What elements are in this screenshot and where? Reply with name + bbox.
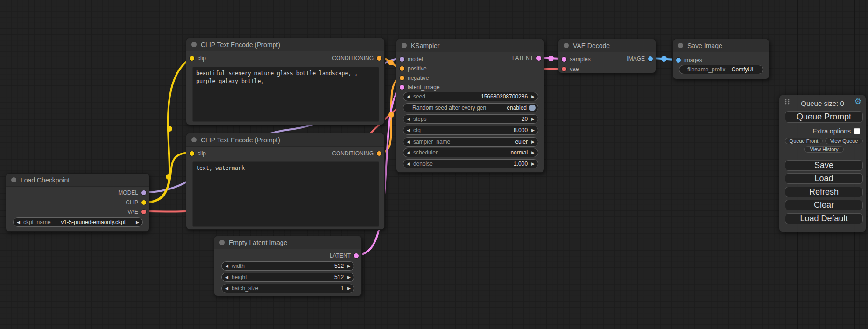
input-label: samples [570, 56, 591, 63]
decrement-arrow-icon[interactable]: ◀ [407, 162, 410, 166]
increment-arrow-icon[interactable]: ▶ [531, 117, 535, 121]
extra-options-checkbox[interactable] [854, 128, 860, 134]
gear-icon[interactable]: ⚙ [854, 98, 861, 105]
cfg-widget[interactable]: ◀ cfg 8.000 ▶ [403, 126, 538, 135]
increment-arrow-icon[interactable]: ▶ [531, 162, 535, 166]
node-clip-text-encode-negative[interactable]: CLIP Text Encode (Prompt) clip CONDITION… [186, 133, 385, 230]
widget-label: height [232, 274, 247, 280]
output-row-clip: CLIP [126, 198, 146, 207]
decrement-arrow-icon[interactable]: ◀ [407, 95, 410, 99]
random-seed-toggle-widget[interactable]: Random seed after every gen enabled [403, 103, 538, 112]
node-vae-decode[interactable]: VAE Decode samples IMAGE vae [558, 39, 656, 73]
seed-widget[interactable]: ◀ seed 156680208700286 ▶ [403, 92, 538, 101]
node-title-bar[interactable]: KSampler [396, 39, 544, 52]
increment-arrow-icon[interactable]: ▶ [347, 264, 351, 268]
output-row-image: IMAGE [627, 54, 653, 63]
widget-value: normal [510, 149, 528, 156]
refresh-button[interactable]: Refresh [785, 187, 863, 197]
increment-arrow-icon[interactable]: ▶ [531, 151, 535, 155]
node-title-bar[interactable]: Save Image [673, 39, 769, 52]
node-graph-canvas[interactable]: Load Checkpoint MODEL CLIP VAE ◀ ckpt_na… [0, 0, 868, 329]
node-title: Load Checkpoint [21, 176, 70, 184]
node-title-bar[interactable]: Load Checkpoint [6, 174, 149, 187]
node-empty-latent-image[interactable]: Empty Latent Image LATENT ◀ width 512 ▶ … [214, 236, 362, 296]
model-input-dot[interactable] [400, 57, 404, 62]
decrement-arrow-icon[interactable]: ◀ [17, 220, 20, 224]
view-history-button[interactable]: View History [804, 146, 844, 153]
node-save-image[interactable]: Save Image images filename_prefix ComfyU… [672, 39, 769, 79]
filename-prefix-widget[interactable]: filename_prefix ComfyUI [679, 65, 763, 74]
clip-output-dot[interactable] [141, 200, 146, 205]
clip-input-dot[interactable] [190, 151, 194, 156]
width-widget[interactable]: ◀ width 512 ▶ [221, 261, 354, 271]
decrement-arrow-icon[interactable]: ◀ [225, 264, 228, 268]
increment-arrow-icon[interactable]: ▶ [531, 128, 535, 133]
collapse-dot-icon[interactable] [191, 137, 197, 142]
batch-size-widget[interactable]: ◀ batch_size 1 ▶ [221, 284, 354, 293]
save-button[interactable]: Save [785, 160, 863, 171]
vae-input-dot[interactable] [562, 67, 566, 71]
output-row-latent: LATENT [512, 54, 541, 63]
node-title-bar[interactable]: CLIP Text Encode (Prompt) [186, 38, 384, 51]
latent-image-input-dot[interactable] [400, 85, 404, 90]
ckpt-name-widget[interactable]: ◀ ckpt_name v1-5-pruned-emaonly.ckpt ▶ [13, 217, 143, 227]
collapse-dot-icon[interactable] [11, 177, 16, 182]
decrement-arrow-icon[interactable]: ◀ [225, 287, 228, 291]
steps-widget[interactable]: ◀ steps 20 ▶ [403, 114, 538, 124]
queue-front-button[interactable]: Queue Front [785, 138, 823, 144]
samples-input-dot[interactable] [562, 57, 566, 62]
collapse-dot-icon[interactable] [191, 42, 197, 47]
output-label: VAE [127, 209, 138, 215]
collapse-dot-icon[interactable] [564, 43, 569, 48]
increment-arrow-icon[interactable]: ▶ [347, 287, 351, 291]
input-row-model: model [400, 55, 423, 64]
load-button[interactable]: Load [785, 173, 863, 184]
node-ksampler[interactable]: KSampler model LATENT positive negative … [396, 39, 544, 173]
decrement-arrow-icon[interactable]: ◀ [407, 128, 410, 133]
input-row-clip: clip [190, 54, 206, 63]
load-default-button[interactable]: Load Default [785, 213, 863, 224]
node-title-bar[interactable]: Empty Latent Image [214, 236, 361, 249]
negative-prompt-textarea[interactable]: text, watermark [192, 161, 379, 227]
increment-arrow-icon[interactable]: ▶ [531, 95, 535, 99]
clear-button[interactable]: Clear [785, 200, 863, 210]
collapse-dot-icon[interactable] [678, 43, 683, 48]
positive-input-dot[interactable] [400, 66, 404, 71]
node-clip-text-encode-positive[interactable]: CLIP Text Encode (Prompt) clip CONDITION… [186, 38, 385, 125]
latent-output-dot[interactable] [354, 253, 359, 258]
node-load-checkpoint[interactable]: Load Checkpoint MODEL CLIP VAE ◀ ckpt_na… [6, 173, 149, 232]
node-title-bar[interactable]: VAE Decode [558, 39, 656, 52]
denoise-widget[interactable]: ◀ denoise 1.000 ▶ [403, 159, 538, 168]
view-queue-button[interactable]: View Queue [825, 138, 863, 144]
conditioning-output-dot[interactable] [377, 56, 381, 61]
clip-input-dot[interactable] [190, 56, 194, 61]
decrement-arrow-icon[interactable]: ◀ [407, 140, 410, 144]
queue-prompt-button[interactable]: Queue Prompt [785, 111, 863, 123]
increment-arrow-icon[interactable]: ▶ [531, 140, 535, 144]
toggle-enabled-dot[interactable] [529, 105, 536, 111]
decrement-arrow-icon[interactable]: ◀ [407, 151, 410, 155]
collapse-dot-icon[interactable] [402, 43, 407, 48]
sampler-name-widget[interactable]: ◀ sampler_name euler ▶ [403, 137, 538, 147]
decrement-arrow-icon[interactable]: ◀ [407, 117, 410, 121]
node-title-bar[interactable]: CLIP Text Encode (Prompt) [186, 133, 384, 147]
collapse-dot-icon[interactable] [219, 240, 225, 245]
latent-output-dot[interactable] [536, 56, 541, 61]
images-input-dot[interactable] [676, 58, 681, 63]
input-label: positive [408, 65, 427, 72]
model-output-dot[interactable] [141, 190, 146, 195]
positive-prompt-textarea[interactable]: beautiful scenery nature glass bottle la… [192, 67, 379, 122]
widget-label: denoise [413, 161, 433, 167]
negative-input-dot[interactable] [400, 76, 404, 80]
decrement-arrow-icon[interactable]: ◀ [225, 275, 228, 280]
widget-value: 20 [522, 116, 528, 122]
increment-arrow-icon[interactable]: ▶ [347, 275, 351, 280]
height-widget[interactable]: ◀ height 512 ▶ [221, 273, 354, 282]
image-output-dot[interactable] [648, 56, 653, 61]
increment-arrow-icon[interactable]: ▶ [136, 220, 139, 224]
widget-value: 156680208700286 [481, 93, 528, 100]
extra-options-label: Extra options [812, 127, 851, 135]
scheduler-widget[interactable]: ◀ scheduler normal ▶ [403, 148, 538, 157]
vae-output-dot[interactable] [141, 210, 146, 214]
conditioning-output-dot[interactable] [377, 151, 381, 156]
